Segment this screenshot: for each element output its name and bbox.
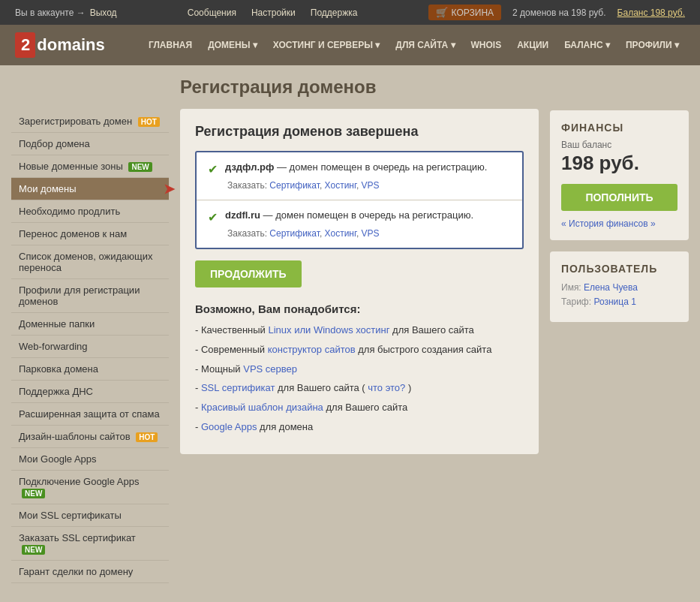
badge-new2: NEW — [22, 489, 45, 498]
domain1-vps-link[interactable]: VPS — [362, 180, 380, 191]
logo[interactable]: 2 domains — [15, 32, 105, 58]
domain2-hosting-link[interactable]: Хостинг — [325, 228, 356, 239]
main-nav: ГЛАВНАЯ ДОМЕНЫ ▾ ХОСТИНГ И СЕРВЕРЫ ▾ ДЛЯ… — [143, 36, 685, 54]
sidebar-item-register[interactable]: Зарегистрировать домен HOT — [11, 110, 169, 133]
suggestion-constructor: - Современный конструктор сайтов для быс… — [195, 342, 524, 358]
domain1-hosting-link[interactable]: Хостинг — [325, 180, 356, 191]
cart-button[interactable]: 🛒 КОРЗИНА — [428, 5, 501, 20]
top-bar: Вы в аккаунте → Выход Сообщения Настройк… — [0, 0, 700, 25]
header: 2 domains ГЛАВНАЯ ДОМЕНЫ ▾ ХОСТИНГ И СЕР… — [0, 25, 700, 65]
suggestion-google: - Google Apps для домена — [195, 420, 524, 435]
sidebar-item-ssl[interactable]: Мои SSL сертификаты — [11, 504, 169, 527]
continue-button[interactable]: ПРОДОЛЖИТЬ — [195, 260, 302, 287]
domain-text-2: dzdfl.ru — домен помещен в очередь на ре… — [225, 209, 473, 221]
user-tariff-link[interactable]: Розница 1 — [593, 296, 635, 307]
what-is-link[interactable]: что это? — [368, 382, 405, 393]
main-content: Регистрация доменов Регистрация доменов … — [169, 73, 550, 583]
template-link[interactable]: Красивый шаблон дизайна — [201, 402, 323, 413]
sidebar-item-parking[interactable]: Парковка домена — [11, 358, 169, 381]
nav-domains[interactable]: ДОМЕНЫ ▾ — [202, 36, 263, 54]
card-title: Регистрация доменов завершена — [195, 124, 524, 140]
balance-link[interactable]: Баланс 198 руб. — [617, 8, 685, 18]
sidebar-item-search[interactable]: Подбор домена — [11, 133, 169, 155]
badge-new3: NEW — [22, 545, 45, 555]
check-icon-1: ✔ — [208, 162, 218, 176]
cart-icon: 🛒 — [436, 7, 448, 18]
badge-hot: HOT — [138, 117, 160, 127]
sidebar-item-google-apps[interactable]: Мои Google Apps — [11, 448, 169, 471]
vps-link[interactable]: VPS сервер — [243, 363, 297, 375]
sidebar-item-dns[interactable]: Поддержка ДНС — [11, 381, 169, 403]
finance-title: ФИНАНСЫ — [561, 122, 677, 134]
nav-whois[interactable]: WHOIS — [465, 36, 508, 54]
content-card: Регистрация доменов завершена ✔ дздфл.рф… — [180, 109, 539, 454]
finance-box: ФИНАНСЫ Ваш баланс 198 руб. ПОПОЛНИТЬ « … — [550, 110, 689, 240]
user-name-label: Имя: — [561, 282, 581, 293]
suggestion-hosting: - Качественный Linux или Windows хостинг… — [195, 323, 524, 339]
domain2-cert-link[interactable]: Сертификат — [269, 228, 320, 239]
badge-hot2: HOT — [136, 432, 158, 442]
cart-info: 2 доменов на 198 руб. — [512, 8, 606, 18]
domain-name-2: dzdfl.ru — [225, 209, 260, 221]
domain-item-1: ✔ дздфл.рф — домен помещен в очередь на … — [197, 152, 522, 200]
domain-text-1: дздфл.рф — домен помещен в очередь на ре… — [225, 161, 487, 173]
history-link[interactable]: « История финансов » — [561, 218, 656, 229]
domain2-vps-link[interactable]: VPS — [362, 228, 380, 239]
user-title: ПОЛЬЗОВАТЕЛЬ — [561, 263, 677, 275]
sidebar-item-transfer-list[interactable]: Список доменов, ожидающих переноса — [11, 245, 169, 279]
ssl-link[interactable]: SSL сертификат — [201, 382, 275, 393]
nav-balance[interactable]: БАЛАНС ▾ — [558, 36, 616, 54]
sidebar-item-connect-google[interactable]: Подключение Google Apps NEW — [11, 471, 169, 504]
balance-amount: 198 руб. — [561, 152, 677, 175]
nav-promo[interactable]: АКЦИИ — [511, 36, 554, 54]
sidebar-item-new-zones[interactable]: Новые доменные зоны NEW — [11, 155, 169, 178]
nav-for-site[interactable]: ДЛЯ САЙТА ▾ — [389, 36, 461, 54]
suggestions-title: Возможно, Вам понадобится: — [195, 303, 524, 315]
sidebar-item-order-ssl[interactable]: Заказать SSL сертификат NEW — [11, 527, 169, 561]
nav-settings[interactable]: Настройки — [251, 8, 296, 18]
user-tariff-row: Тариф: Розница 1 — [561, 296, 677, 307]
sidebar-item-renew[interactable]: Необходимо продлить — [11, 200, 169, 223]
page-wrapper: Зарегистрировать домен HOT Подбор домена… — [0, 65, 700, 591]
sidebar-item-folders[interactable]: Доменные папки — [11, 313, 169, 336]
account-text: Вы в аккаунте → — [15, 8, 86, 18]
top-bar-account: Вы в аккаунте → Выход — [15, 8, 117, 18]
right-panel: ФИНАНСЫ Ваш баланс 198 руб. ПОПОЛНИТЬ « … — [550, 73, 689, 583]
sidebar-item-transfer[interactable]: Перенос доменов к нам — [11, 223, 169, 245]
sidebar-item-spam[interactable]: Расширенная защита от спама — [11, 403, 169, 426]
sidebar: Зарегистрировать домен HOT Подбор домена… — [11, 73, 169, 583]
suggestion-vps: - Мощный VPS сервер — [195, 362, 524, 378]
nav-support[interactable]: Поддержка — [311, 8, 358, 18]
top-bar-nav: Сообщения Настройки Поддержка — [188, 8, 358, 18]
nav-messages[interactable]: Сообщения — [188, 8, 236, 18]
finance-history-link: « История финансов » — [561, 218, 677, 229]
domain-status-1: — домен помещен в очередь на регистрацию… — [277, 161, 487, 173]
domain-links-1: Заказать: Сертификат, Хостинг, VPS — [208, 180, 511, 191]
domains-box: ✔ дздфл.рф — домен помещен в очередь на … — [195, 151, 524, 249]
nav-profiles[interactable]: ПРОФИЛИ ▾ — [620, 36, 685, 54]
topup-button[interactable]: ПОПОЛНИТЬ — [561, 184, 677, 211]
constructor-link[interactable]: конструктор сайтов — [268, 344, 356, 355]
sidebar-item-my-domains[interactable]: Мои домены ➤ — [11, 178, 169, 200]
hosting-link[interactable]: Linux или Windows хостинг — [268, 324, 389, 336]
domain-item-2: ✔ dzdfl.ru — домен помещен в очередь на … — [197, 200, 522, 248]
top-bar-right: 🛒 КОРЗИНА 2 доменов на 198 руб. Баланс 1… — [428, 5, 685, 20]
balance-label: Ваш баланс — [561, 140, 677, 150]
domain-links-2: Заказать: Сертификат, Хостинг, VPS — [208, 228, 511, 239]
badge-new: NEW — [128, 162, 152, 172]
sidebar-item-guarantee[interactable]: Гарант сделки по домену — [11, 561, 169, 583]
logout-link[interactable]: Выход — [90, 8, 117, 18]
user-box: ПОЛЬЗОВАТЕЛЬ Имя: Елена Чуева Тариф: Роз… — [550, 251, 689, 322]
nav-home[interactable]: ГЛАВНАЯ — [143, 36, 198, 54]
domain1-cert-link[interactable]: Сертификат — [269, 180, 320, 191]
sidebar-item-templates[interactable]: Дизайн-шаблоны сайтов HOT — [11, 426, 169, 448]
suggestion-ssl: - SSL сертификат для Вашего сайта ( что … — [195, 381, 524, 396]
user-name-link[interactable]: Елена Чуева — [584, 282, 638, 293]
sidebar-item-webforward[interactable]: Web-forwarding — [11, 336, 169, 358]
sidebar-item-profiles[interactable]: Профили для регистрации доменов — [11, 279, 169, 313]
nav-hosting[interactable]: ХОСТИНГ И СЕРВЕРЫ ▾ — [267, 36, 386, 54]
suggestion-template: - Красивый шаблон дизайна для Вашего сай… — [195, 400, 524, 416]
google-apps-link[interactable]: Google Apps — [201, 421, 257, 432]
arrow-icon: ➤ — [164, 181, 175, 197]
domain-name-1: дздфл.рф — [225, 161, 274, 173]
